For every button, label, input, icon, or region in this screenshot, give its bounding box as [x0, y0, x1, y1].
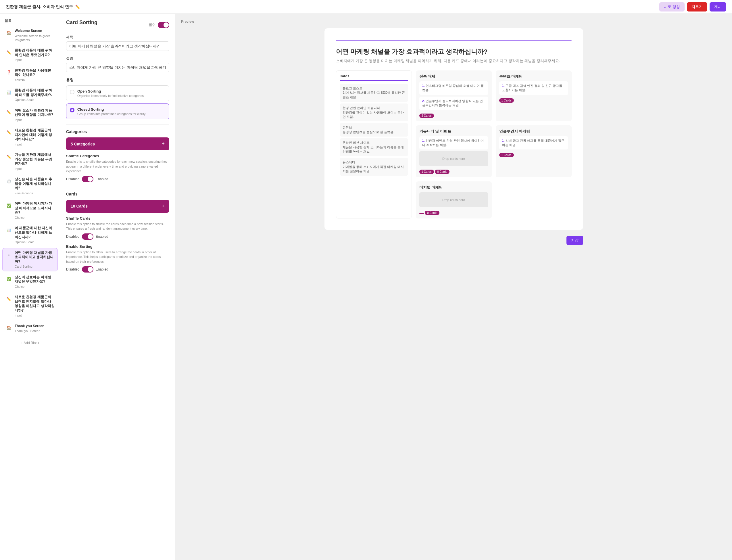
- preview-panel: Preview 어떤 마케팅 채널을 가장 효과적이라고 생각하십니까? 소비자…: [175, 14, 732, 560]
- sidebar-item-attitude[interactable]: 📊 친환경 제품에 대한 귀하의 태도를 평가해주세요. Opinion Sca…: [2, 86, 58, 104]
- shuffle-categories-toggle[interactable]: [82, 176, 93, 182]
- category-col-community: 커뮤니티 및 이벤트 1. 친환경 이벤트 환경 관련 행사에 참여하거나 주최…: [416, 125, 492, 178]
- drop-zone-digital[interactable]: Drop cards here: [419, 192, 488, 207]
- sidebar-items-container: 🏠 Welcome Screen Welcome screen to greet…: [2, 26, 58, 336]
- enabled-label-2: Enabled: [96, 235, 108, 239]
- sidebar-item-features[interactable]: ✏️ 기능을 친환경 제품에서 가장 중요한 기능은 무엇인가요? Input: [2, 150, 58, 173]
- enable-sorting-toggle-row: Disabled Enabled: [66, 266, 169, 273]
- sidebar-item-icon-opinion2: 📊: [5, 227, 12, 233]
- sidebar-item-icon-design: ✏️: [5, 129, 12, 136]
- delete-button[interactable]: 지우기: [687, 2, 707, 11]
- required-toggle[interactable]: [158, 22, 169, 28]
- sidebar-item-sub-yesno: Yes/No: [15, 78, 55, 82]
- sidebar-item-choice[interactable]: ✅ 어떤 마케팅 메시지가 가장 매력적으로 느껴지나요? Choice: [2, 199, 58, 222]
- categories-header: Categories: [66, 129, 169, 134]
- required-label: 필수: [149, 22, 156, 27]
- preview-button[interactable]: 시로 생성: [659, 2, 685, 11]
- sidebar-item-sub-channel: Choice: [15, 285, 55, 289]
- preview-question-desc: 소비자에게 가장 큰 영향을 미치는 마케팅 채널을 파악하기 위해, 다음 카…: [336, 58, 572, 64]
- sidebar-item-icon-attitude: 📊: [5, 89, 12, 96]
- sidebar-item-icon-choice: ✅: [5, 202, 12, 209]
- enable-sorting-title: Enable Sorting: [66, 244, 169, 249]
- sidebar-item-channel[interactable]: ✅ 당신이 선호하는 마케팅 채널은 무엇인가요? Choice: [2, 273, 58, 291]
- sidebar-item-sub-thankyou: Thank you Screen: [15, 329, 55, 333]
- disabled-label-1: Disabled: [66, 177, 80, 181]
- enabled-label-1: Enabled: [96, 177, 108, 181]
- sidebar-item-title-choice: 어떤 마케팅 메시지가 가장 매력적으로 느껴지나요?: [15, 202, 55, 215]
- publish-button[interactable]: 게시: [710, 2, 726, 11]
- preview-card-item-3: 온라인 리뷰 사이트 제품을 사용한 실제 소비자들의 리뷰를 통해 신뢰를 높…: [340, 138, 408, 156]
- cat-card-content-0: 1. 구글 애즈 검색 엔진 결과 및 신규 광고를 노출시키는 채널.: [499, 81, 568, 95]
- type-closed-sorting[interactable]: Closed Sorting Group items into predefin…: [66, 103, 169, 119]
- sidebar-item-title-design: 새로운 친환경 제품군의 디자인에 대해 어떻게 생각하시나요?: [15, 128, 55, 142]
- type-open-sorting[interactable]: Open Sorting Organize items freely to fi…: [66, 85, 169, 101]
- sidebar-item-welcome[interactable]: 🏠 Welcome Screen Welcome screen to greet…: [2, 26, 58, 45]
- enable-sorting-toggle[interactable]: [82, 266, 93, 273]
- drop-zone-community[interactable]: Drop cards here: [419, 151, 488, 166]
- toggle-knob-2: [88, 234, 93, 239]
- toggle-knob-3: [88, 267, 93, 272]
- sidebar-item-title-thankyou: Thank you Screen: [15, 324, 55, 329]
- sidebar-item-design[interactable]: ✏️ 새로운 친환경 제품군의 디자인에 대해 어떻게 생각하시나요? Inpu…: [2, 126, 58, 149]
- cat-count-influencer: 1 Cards: [499, 153, 514, 157]
- preview-accent-line: [336, 40, 572, 41]
- shuffle-cards-section: Shuffle Cards Enable this option to shuf…: [66, 216, 169, 240]
- sidebar-item-title-attitude: 친환경 제품에 대한 귀하의 태도를 평가해주세요.: [15, 88, 55, 97]
- type-closed-desc: Group items into predefined categories f…: [77, 112, 146, 116]
- add-block-button[interactable]: + Add Block: [2, 338, 58, 348]
- sidebar-item-sub-cardsorting: Card Sorting: [15, 264, 55, 269]
- title-input[interactable]: [66, 41, 169, 51]
- sidebar-item-icon-features: ✏️: [5, 153, 12, 160]
- sidebar-item-curiosity[interactable]: ✏️ 친환경 제품에 대한 귀하의 인식은 무엇인가요? Input: [2, 46, 58, 64]
- sidebar-item-opinion2[interactable]: 📊 이 제품군에 대한 자신의 선도를 얼마나 강하게 느끼십니까? Opini…: [2, 223, 58, 247]
- categories-grid: 전통 매체 1. 인스타그램 비주얼 중심의 소셜 미디어 플랫폼. 2. 인플…: [416, 70, 572, 218]
- category-title-content: 콘텐츠 마케팅: [499, 74, 568, 79]
- sidebar-item-fivesec[interactable]: ⏱️ 당신은 다음 제품을 비추얼을 어떻게 생각하십니까? FiveSecon…: [2, 174, 58, 198]
- preview-label: Preview: [181, 20, 726, 24]
- sidebar-item-sub-curiosity: Input: [15, 58, 55, 62]
- categories-bar[interactable]: 5 Categories +: [66, 137, 169, 150]
- cards-progress-bar: [340, 80, 408, 81]
- sidebar-item-sub-design: Input: [15, 142, 55, 146]
- edit-title-icon[interactable]: ✏️: [75, 5, 80, 9]
- sidebar-item-factors[interactable]: ✏️ 어떤 요소가 친환경 제품 선택에 영향을 미치나요? Input: [2, 106, 58, 124]
- top-bar-actions: 시로 생성 지우기 게시: [659, 2, 726, 11]
- sidebar-item-thankyou[interactable]: 🏠 Thank you Screen Thank you Screen: [2, 321, 58, 336]
- preview-main-grid: Cards 블로그 포스트 읽어 보는 정보를 제공하고 SEO에 유리한 콘텐…: [336, 70, 572, 218]
- sidebar: 블록 🏠 Welcome Screen Welcome screen to gr…: [0, 14, 60, 560]
- sidebar-item-brand[interactable]: ✏️ 새로운 친환경 제품군의 브랜드 인지도에 얼마나 영향을 미친다고 생각…: [2, 292, 58, 320]
- shuffle-categories-title: Shuffle Categories: [66, 154, 169, 158]
- category-title-influencer: 인플루언서 마케팅: [499, 129, 568, 134]
- sidebar-item-sub-welcome: Welcome screen to greet insightants: [15, 34, 55, 42]
- desc-input[interactable]: [66, 63, 169, 72]
- cat-drop-count-digital: 0 Cards: [425, 211, 439, 215]
- disabled-label-2: Disabled: [66, 235, 80, 239]
- preview-card-item-2: 유튜브 동영상 콘텐츠를 중심으로 한 플랫폼.: [340, 123, 408, 137]
- shuffle-cards-toggle[interactable]: [82, 233, 93, 240]
- cat-card-influencer-0: 1. 티벅 광고 전통 매체를 통해 대중에게 접근하는 채널.: [499, 136, 568, 150]
- cards-bar[interactable]: 10 Cards +: [66, 200, 169, 213]
- title-field-section: 제목: [66, 35, 169, 51]
- sidebar-item-icon-channel: ✅: [5, 276, 12, 283]
- save-button[interactable]: 저장: [566, 236, 583, 245]
- panel-header: Card Sorting 필수: [66, 20, 169, 30]
- sidebar-item-icon-factors: ✏️: [5, 109, 12, 116]
- sidebar-item-icon-welcome: 🏠: [5, 29, 12, 36]
- cat-drop-count-community: 0 Cards: [435, 170, 449, 174]
- sidebar-item-icon-yesno: ❓: [5, 69, 12, 76]
- toggle-knob-1: [88, 177, 93, 182]
- category-col-traditional: 전통 매체 1. 인스타그램 비주얼 중심의 소셜 미디어 플랫폼. 2. 인플…: [416, 70, 492, 121]
- cat-count-main-digital: [419, 213, 424, 214]
- enable-sorting-section: Enable Sorting Enable this option to all…: [66, 244, 169, 273]
- preview-card-item-1: 환경 관련 온라인 커뮤니티 친환경을 관심이 있는 사람들이 모이는 온라인 …: [340, 103, 408, 121]
- shuffle-cards-desc: Enable this option to shuffle the cards …: [66, 222, 169, 231]
- sidebar-item-title-opinion2: 이 제품군에 대한 자신의 선도를 얼마나 강하게 느끼십니까?: [15, 226, 55, 239]
- sidebar-item-yesno[interactable]: ❓ 친환경 제품을 사용해본 적이 있나요? Yes/No: [2, 66, 58, 85]
- required-toggle-knob: [164, 22, 169, 28]
- disabled-label-3: Disabled: [66, 267, 80, 271]
- preview-card: 어떤 마케팅 채널을 가장 효과적이라고 생각하십니까? 소비자에게 가장 큰 …: [325, 28, 583, 230]
- sidebar-item-sub-choice: Choice: [15, 216, 55, 220]
- required-row: 필수: [149, 22, 169, 28]
- shuffle-cards-title: Shuffle Cards: [66, 216, 169, 220]
- sidebar-item-cardsorting[interactable]: ↕️ 어떤 마케팅 채널을 가장 효과적이라고 생각하십니까? Card Sor…: [2, 248, 58, 271]
